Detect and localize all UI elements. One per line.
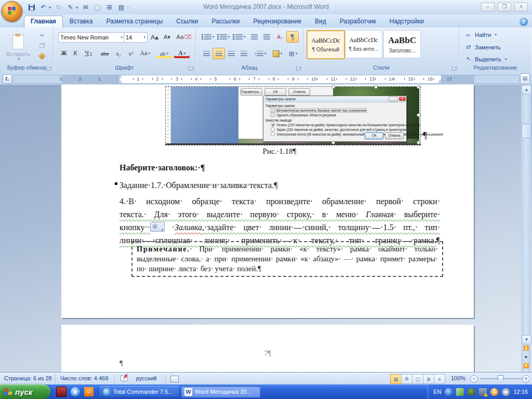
style-Заголово...[interactable]: AaBbCЗаголово... (383, 30, 421, 58)
find-button[interactable]: ∞Найти▾ (464, 32, 497, 38)
zoom-out-button[interactable]: − (470, 375, 478, 383)
antivirus-tray-icon[interactable] (468, 388, 475, 396)
font-dialog-launcher[interactable]: ↘ (189, 65, 194, 71)
style-¶ Обычный[interactable]: AaBbCcDc¶ Обычный (307, 30, 345, 59)
increase-indent-button[interactable] (260, 31, 273, 43)
office-button[interactable] (2, 1, 22, 22)
odnoklassniki-icon[interactable]: ☺ (84, 387, 94, 396)
bullets-button[interactable]: ▾ (200, 31, 216, 43)
decrease-indent-button[interactable] (248, 31, 260, 43)
word-count[interactable]: Число слов: 4 469 (60, 375, 108, 381)
sort-button[interactable]: А↓ (274, 31, 286, 43)
qat-more-icon[interactable]: ⸪ (127, 5, 129, 10)
language-indicator[interactable]: русский (136, 375, 156, 381)
tab-Главная[interactable]: Главная (24, 16, 63, 28)
start-button[interactable]: пуск (0, 384, 50, 399)
document-page-2[interactable]: 7¶ ¶ (61, 325, 474, 372)
scroll-down-button[interactable]: ▼ (522, 335, 531, 344)
strikethrough-button[interactable]: abe (98, 48, 112, 59)
selection-handle[interactable] (417, 85, 420, 89)
multilevel-list-button[interactable]: ▾ (231, 31, 247, 43)
show-marks-button[interactable]: ¶ (286, 31, 299, 43)
drive-icon[interactable] (56, 387, 66, 397)
font-size-combo[interactable]: 14 ▾ (124, 32, 148, 43)
help-icon[interactable]: ? (520, 18, 528, 26)
superscript-button[interactable]: x² (125, 48, 137, 59)
restore-button[interactable]: ❐ (498, 3, 511, 11)
pencil-tray-icon[interactable] (456, 388, 464, 396)
undo-icon[interactable]: ↶ (39, 3, 48, 12)
tab-Ссылки[interactable]: Ссылки (169, 16, 205, 28)
clipboard-dialog-launcher[interactable]: ↘ (46, 65, 51, 71)
hide-icons-arrow-icon[interactable]: ‹ (445, 388, 453, 396)
outline-view-button[interactable]: ≣ (423, 374, 434, 384)
align-left-button[interactable] (200, 48, 212, 59)
minimize-button[interactable]: – (481, 3, 495, 11)
notification-count-icon[interactable]: 1 (490, 388, 498, 396)
justify-button[interactable] (237, 48, 250, 59)
previous-page-button[interactable]: ⏫ (522, 344, 530, 353)
style-¶ Без инте...[interactable]: AaBbCcDc¶ Без инте... (345, 30, 382, 58)
numbering-button[interactable]: ▾ (216, 31, 231, 43)
chevron-down-icon[interactable]: ▾ (49, 5, 51, 10)
web-layout-view-button[interactable]: ▢ (412, 374, 423, 384)
taskbar-button-Total Commander 7.5...[interactable]: Total Commander 7.5... (100, 386, 179, 397)
copy-button[interactable]: ❐ (36, 41, 48, 50)
highlight-color-button[interactable]: ab▾ (156, 48, 172, 59)
tab-Разработчик[interactable]: Разработчик (333, 16, 383, 28)
selection-handle[interactable] (417, 141, 420, 144)
align-right-button[interactable] (225, 48, 237, 59)
redo-icon[interactable]: ↻ (54, 3, 63, 12)
chevron-down-icon[interactable]: ▾ (76, 5, 78, 10)
alert-tray-icon[interactable] (479, 388, 487, 396)
zoom-in-button[interactable]: + (522, 375, 530, 383)
line-spacing-button[interactable]: ↕▾ (252, 48, 269, 59)
mail-icon[interactable]: ✉ (81, 3, 90, 12)
next-page-button[interactable]: ⏬ (522, 362, 530, 370)
clock[interactable]: 12:16 (513, 389, 528, 395)
format-painter-button[interactable] (36, 51, 48, 61)
select-button[interactable]: ↖Выделить▾ (464, 56, 507, 62)
select-browse-object-button[interactable]: ● (522, 353, 530, 362)
cut-button[interactable]: ✂ (36, 31, 48, 40)
close-button[interactable]: × (514, 3, 528, 11)
font-color-button[interactable]: А▾ (174, 48, 190, 59)
fullscreen-reading-view-button[interactable]: ⧉ (401, 374, 413, 384)
first-line-indent-marker[interactable] (116, 76, 122, 79)
italic-button[interactable]: К (70, 48, 81, 59)
underline-button[interactable]: Ч▾ (81, 48, 96, 59)
selection-handle[interactable] (331, 141, 335, 144)
tab-Рецензирование[interactable]: Рецензирование (246, 16, 308, 28)
taskbar-button-Word Методичка 20...[interactable]: WWord Методичка 20... (181, 386, 260, 397)
macro-record-icon[interactable] (170, 376, 179, 382)
proofing-error-icon[interactable]: ✗ (121, 375, 128, 381)
zoom-slider-thumb[interactable] (498, 375, 503, 382)
table-icon[interactable]: ⊞ (105, 3, 114, 12)
vertical-scrollbar[interactable]: ▲ ▼ ⏫ ● ⏬ (521, 85, 531, 372)
page-indicator[interactable]: Страница: 6 из 28 (4, 375, 52, 381)
replace-button[interactable]: ⇄Заменить (464, 44, 500, 50)
change-case-button[interactable]: Aa▾ (137, 48, 153, 59)
font-name-combo[interactable]: Times New Roman ▾ (58, 32, 125, 43)
tab-Вставка[interactable]: Вставка (63, 16, 100, 28)
borders-button[interactable]: ⊞▾ (285, 48, 301, 59)
selection-handle[interactable] (331, 85, 335, 89)
embedded-picture[interactable]: Параметры...ОКОтмена Параметры сжатия ✕ … (165, 86, 421, 145)
styles-dialog-launcher[interactable]: ↘ (452, 65, 457, 71)
clear-formatting-button[interactable]: Аа⌫ (177, 31, 191, 43)
align-center-button[interactable] (212, 48, 225, 59)
print-layout-view-button[interactable]: ▤ (390, 374, 402, 384)
scroll-up-button[interactable]: ▲ (522, 85, 531, 95)
disc-tray-icon[interactable] (502, 388, 510, 396)
zoom-level[interactable]: 100% (451, 375, 466, 381)
tab-Разметка страницы[interactable]: Разметка страницы (99, 16, 169, 28)
scrollbar-thumb[interactable] (522, 124, 531, 138)
grow-font-button[interactable]: A▴ (149, 31, 161, 43)
bold-button[interactable]: Ж (58, 48, 70, 59)
tab-selector[interactable]: L (3, 74, 12, 84)
selection-handle[interactable] (374, 85, 378, 89)
subscript-button[interactable]: x₂ (112, 48, 125, 59)
tab-Надстройки[interactable]: Надстройки (383, 16, 431, 28)
find-icon[interactable]: ✎ (66, 3, 75, 12)
language-bar[interactable]: EN (433, 389, 441, 395)
